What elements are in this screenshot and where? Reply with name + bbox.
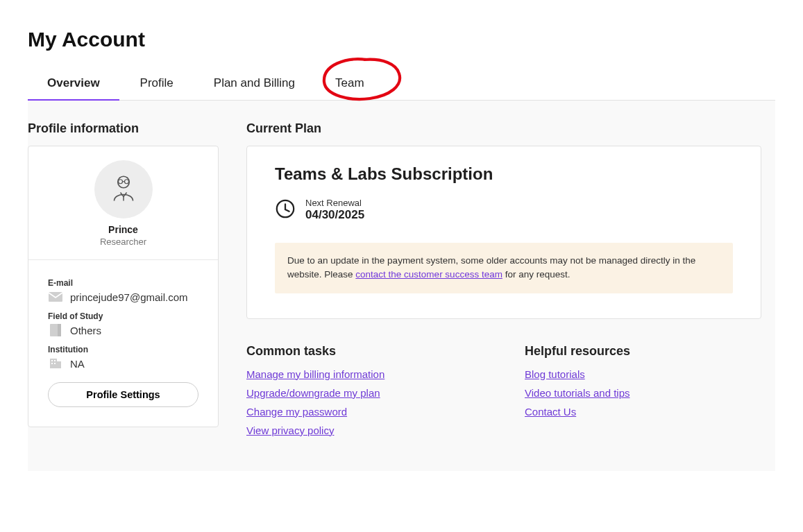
- tabs: Overview Profile Plan and Billing Team: [28, 71, 775, 101]
- field-value: Others: [70, 325, 101, 336]
- svg-rect-10: [51, 360, 53, 361]
- common-tasks-title: Common tasks: [246, 344, 483, 359]
- link-contact-us[interactable]: Contact Us: [525, 406, 576, 418]
- link-manage-billing[interactable]: Manage my billing information: [246, 368, 384, 380]
- tab-overview[interactable]: Overview: [47, 71, 100, 100]
- profile-settings-button[interactable]: Profile Settings: [48, 382, 198, 407]
- profile-card: Prince Researcher E-mail princejude97@gm…: [28, 146, 219, 427]
- building-icon: [48, 357, 63, 370]
- link-privacy-policy[interactable]: View privacy policy: [246, 424, 334, 436]
- plan-name: Teams & Labs Subscription: [275, 164, 733, 184]
- renewal-label: Next Renewal: [305, 198, 364, 208]
- profile-role: Researcher: [35, 237, 211, 247]
- profile-section-title: Profile information: [28, 121, 219, 136]
- contact-support-link[interactable]: contact the customer success team: [355, 269, 502, 280]
- plan-card: Teams & Labs Subscription Next Renewal 0…: [246, 146, 761, 319]
- payment-alert: Due to an update in the payment system, …: [275, 243, 733, 293]
- tab-team[interactable]: Team: [335, 71, 364, 100]
- svg-point-0: [117, 176, 129, 188]
- svg-rect-11: [54, 360, 56, 361]
- book-icon: [48, 324, 63, 336]
- helpful-resources-title: Helpful resources: [525, 344, 761, 359]
- link-blog-tutorials[interactable]: Blog tutorials: [525, 368, 585, 380]
- page-title: My Account: [28, 28, 775, 51]
- field-label: Field of Study: [48, 311, 198, 321]
- email-value: princejude97@gmail.com: [70, 291, 187, 303]
- institution-value: NA: [70, 358, 85, 370]
- tab-plan-billing[interactable]: Plan and Billing: [214, 71, 295, 100]
- mail-icon: [48, 291, 63, 303]
- alert-text-after: for any request.: [502, 269, 570, 280]
- link-change-password[interactable]: Change my password: [246, 406, 347, 418]
- tab-profile[interactable]: Profile: [140, 71, 174, 100]
- institution-label: Institution: [48, 345, 198, 354]
- svg-rect-13: [54, 363, 56, 364]
- avatar: [94, 160, 153, 218]
- svg-rect-12: [51, 363, 53, 364]
- person-icon: [107, 173, 140, 206]
- profile-name: Prince: [35, 224, 211, 235]
- svg-rect-9: [57, 361, 61, 368]
- svg-point-2: [124, 180, 128, 184]
- plan-section-title: Current Plan: [246, 121, 761, 136]
- link-video-tutorials[interactable]: Video tutorials and tips: [525, 387, 630, 399]
- email-label: E-mail: [48, 278, 198, 288]
- clock-icon: [275, 198, 296, 222]
- renewal-date: 04/30/2025: [305, 208, 364, 222]
- link-upgrade-downgrade[interactable]: Upgrade/downgrade my plan: [246, 387, 380, 399]
- svg-rect-8: [50, 359, 57, 368]
- svg-rect-7: [58, 324, 61, 336]
- svg-point-1: [118, 180, 122, 184]
- svg-rect-5: [49, 292, 62, 302]
